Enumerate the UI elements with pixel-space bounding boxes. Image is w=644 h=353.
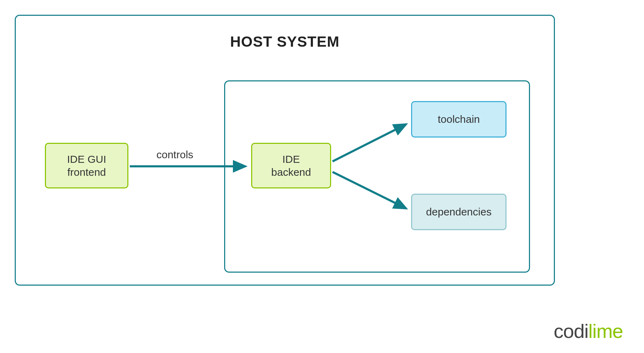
diagram-canvas: HOST SYSTEM IDE GUI frontend IDE backend… xyxy=(0,0,644,353)
brand-logo: codilime xyxy=(554,320,623,342)
node-ide-frontend: IDE GUI frontend xyxy=(45,143,128,188)
node-dependencies: dependencies xyxy=(411,194,507,230)
edge-label-controls: controls xyxy=(156,149,193,161)
host-system-title: HOST SYSTEM xyxy=(16,33,554,50)
node-ide-backend: IDE backend xyxy=(251,143,331,188)
brand-part2: lime xyxy=(588,320,623,342)
node-toolchain: toolchain xyxy=(411,101,507,138)
brand-part1: codi xyxy=(554,320,589,342)
